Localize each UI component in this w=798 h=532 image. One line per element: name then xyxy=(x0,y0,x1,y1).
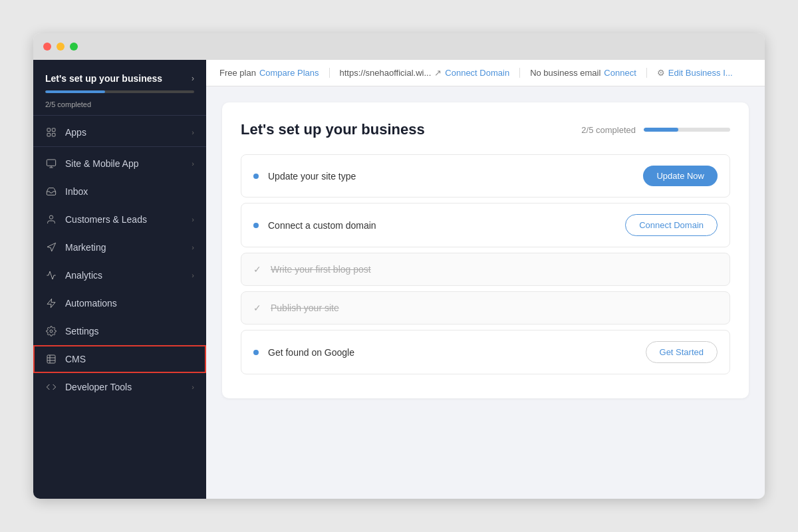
svg-point-7 xyxy=(50,330,53,332)
code-icon xyxy=(45,381,57,393)
sidebar-divider-1 xyxy=(33,115,206,116)
task-item-blog: ✓ Write your first blog post xyxy=(241,253,730,286)
topbar-free-plan: Free plan Compare Plans xyxy=(219,68,330,78)
top-bar: Free plan Compare Plans https://snehaoff… xyxy=(206,60,765,86)
topbar-edit-business-link[interactable]: Edit Business I... xyxy=(668,68,733,78)
connect-domain-button[interactable]: Connect Domain xyxy=(625,214,718,236)
sidebar-item-settings[interactable]: Settings xyxy=(33,317,206,345)
get-started-button[interactable]: Get Started xyxy=(646,341,718,363)
sidebar-arrow-dev-tools: › xyxy=(192,383,194,391)
sidebar-arrow-site: › xyxy=(192,160,194,168)
task-label-domain: Connect a custom domain xyxy=(268,220,616,231)
browser-chrome xyxy=(33,33,765,60)
sidebar-item-automations[interactable]: Automations xyxy=(33,289,206,317)
sidebar-arrow-marketing: › xyxy=(192,243,194,251)
topbar-connect-domain-link[interactable]: Connect Domain xyxy=(445,68,509,78)
update-now-button[interactable]: Update Now xyxy=(643,166,718,186)
browser-close-dot[interactable] xyxy=(43,43,51,51)
chart-icon xyxy=(45,269,57,281)
zap-icon xyxy=(45,297,57,309)
sidebar-item-cms[interactable]: CMS xyxy=(33,345,206,373)
browser-maximize-dot[interactable] xyxy=(70,43,78,51)
browser-window: Let's set up your business › 2/5 complet… xyxy=(33,33,765,499)
grid-icon xyxy=(45,126,57,138)
topbar-connect-email-link[interactable]: Connect xyxy=(604,68,636,78)
topbar-free-plan-label: Free plan xyxy=(219,68,256,78)
sidebar-progress-label: 2/5 completed xyxy=(33,97,206,115)
sidebar-progress-bar-container xyxy=(33,90,206,97)
sidebar-header-chevron: › xyxy=(192,74,194,83)
setup-progress-bar xyxy=(644,128,730,132)
task-bullet-site-type xyxy=(253,174,259,179)
svg-rect-8 xyxy=(47,355,55,363)
topbar-compare-plans-link[interactable]: Compare Plans xyxy=(259,68,319,78)
sidebar-item-label-settings: Settings xyxy=(65,326,194,336)
svg-rect-2 xyxy=(47,133,51,136)
setup-progress-fill xyxy=(644,128,678,132)
setup-progress-label: 2/5 completed xyxy=(581,125,636,135)
sidebar-item-label-analytics: Analytics xyxy=(65,270,184,281)
svg-rect-3 xyxy=(52,133,55,136)
sidebar-item-label-customers: Customers & Leads xyxy=(65,214,184,225)
task-check-blog: ✓ xyxy=(253,264,261,275)
topbar-email: No business email Connect xyxy=(520,68,647,78)
sidebar-setup-title: Let's set up your business xyxy=(45,73,162,84)
task-item-google: Get found on Google Get Started xyxy=(241,330,730,374)
setup-card: Let's set up your business 2/5 completed xyxy=(222,102,749,398)
svg-rect-0 xyxy=(47,128,51,132)
task-label-site-type: Update your site type xyxy=(268,171,634,182)
monitor-icon xyxy=(45,158,57,170)
setup-card-title: Let's set up your business xyxy=(241,121,425,138)
sidebar-item-site-mobile[interactable]: Site & Mobile App › xyxy=(33,150,206,178)
sidebar-item-apps[interactable]: Apps › xyxy=(33,118,206,146)
sidebar-item-analytics[interactable]: Analytics › xyxy=(33,261,206,289)
gear-small-icon: ⚙ xyxy=(657,68,665,78)
sidebar-item-label-dev-tools: Developer Tools xyxy=(65,382,184,392)
user-icon xyxy=(45,213,57,225)
sidebar: Let's set up your business › 2/5 complet… xyxy=(33,60,206,499)
sidebar-item-label-automations: Automations xyxy=(65,298,194,309)
megaphone-icon xyxy=(45,241,57,253)
sidebar-arrow-apps: › xyxy=(192,128,194,136)
content-area: Let's set up your business 2/5 completed xyxy=(206,86,765,499)
sidebar-header[interactable]: Let's set up your business › xyxy=(33,60,206,90)
app-container: Let's set up your business › 2/5 complet… xyxy=(33,60,765,499)
sidebar-item-dev-tools[interactable]: Developer Tools › xyxy=(33,373,206,401)
topbar-domain: https://snehaofficial.wi... ↗ Connect Do… xyxy=(330,68,521,78)
topbar-domain-url: https://snehaofficial.wi... xyxy=(340,68,432,78)
inbox-icon xyxy=(45,186,57,198)
topbar-edit-business[interactable]: ⚙ Edit Business I... xyxy=(647,68,743,78)
topbar-no-email-label: No business email xyxy=(530,68,600,78)
sidebar-item-label-marketing: Marketing xyxy=(65,242,184,253)
sidebar-item-inbox[interactable]: Inbox xyxy=(33,178,206,205)
sidebar-arrow-customers: › xyxy=(192,215,194,223)
sidebar-item-label-inbox: Inbox xyxy=(65,186,194,197)
task-item-domain: Connect a custom domain Connect Domain xyxy=(241,203,730,247)
sidebar-item-label-cms: CMS xyxy=(65,354,194,364)
setup-progress-container: 2/5 completed xyxy=(581,125,730,135)
sidebar-item-label-apps: Apps xyxy=(65,127,184,138)
main-content: Free plan Compare Plans https://snehaoff… xyxy=(206,60,765,499)
task-label-blog: Write your first blog post xyxy=(271,264,718,275)
settings-icon xyxy=(45,325,57,337)
sidebar-divider-2 xyxy=(33,146,206,147)
sidebar-arrow-analytics: › xyxy=(192,271,194,279)
task-label-google: Get found on Google xyxy=(268,347,636,358)
table-icon xyxy=(45,353,57,365)
task-label-publish: Publish your site xyxy=(271,303,718,313)
sidebar-item-marketing[interactable]: Marketing › xyxy=(33,233,206,261)
task-bullet-domain xyxy=(253,223,259,228)
task-list: Update your site type Update Now Connect… xyxy=(241,154,730,380)
task-bullet-google xyxy=(253,350,259,355)
sidebar-progress-bg xyxy=(45,90,194,93)
browser-minimize-dot[interactable] xyxy=(57,43,65,51)
external-link-icon: ↗ xyxy=(434,68,442,78)
task-item-publish: ✓ Publish your site xyxy=(241,291,730,325)
svg-point-5 xyxy=(49,215,53,219)
task-item-site-type: Update your site type Update Now xyxy=(241,154,730,198)
sidebar-progress-fill xyxy=(45,90,105,93)
svg-rect-1 xyxy=(52,128,55,132)
svg-marker-6 xyxy=(47,299,55,307)
sidebar-item-customers[interactable]: Customers & Leads › xyxy=(33,205,206,233)
setup-header: Let's set up your business 2/5 completed xyxy=(241,121,730,138)
